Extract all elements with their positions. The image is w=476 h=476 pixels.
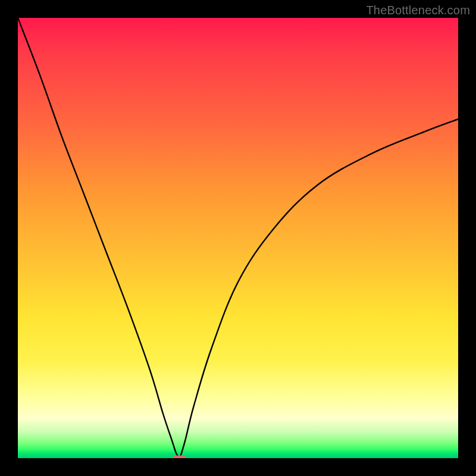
- plot-area: [18, 18, 458, 458]
- chart-frame: TheBottleneck.com: [0, 0, 476, 476]
- curve-left-branch: [18, 18, 180, 458]
- minimum-marker: [173, 456, 186, 459]
- curve-right-branch: [180, 119, 458, 458]
- watermark-text: TheBottleneck.com: [366, 4, 470, 17]
- curve-svg: [18, 18, 458, 458]
